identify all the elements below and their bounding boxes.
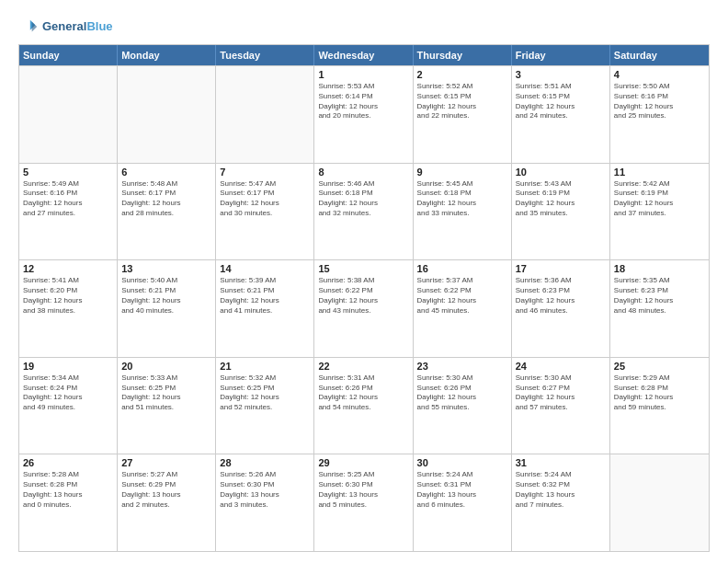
day-number: 8	[318, 167, 408, 178]
page: GeneralBlue SundayMondayTuesdayWednesday…	[0, 0, 728, 563]
day-number: 23	[417, 361, 507, 372]
day-number: 2	[417, 69, 507, 80]
cell-details: Sunrise: 5:26 AM Sunset: 6:30 PM Dayligh…	[220, 470, 310, 510]
day-number: 15	[318, 263, 408, 274]
calendar-cell	[118, 66, 216, 163]
day-number: 14	[220, 263, 310, 274]
calendar-cell: 17Sunrise: 5:36 AM Sunset: 6:23 PM Dayli…	[512, 260, 610, 357]
cell-details: Sunrise: 5:37 AM Sunset: 6:22 PM Dayligh…	[417, 276, 507, 316]
weekday-header: Thursday	[414, 45, 512, 65]
cell-details: Sunrise: 5:30 AM Sunset: 6:26 PM Dayligh…	[417, 373, 507, 413]
day-number: 22	[318, 361, 408, 372]
cell-details: Sunrise: 5:35 AM Sunset: 6:23 PM Dayligh…	[614, 276, 705, 316]
cell-details: Sunrise: 5:49 AM Sunset: 6:16 PM Dayligh…	[23, 179, 113, 219]
day-number: 13	[121, 263, 211, 274]
svg-marker-1	[32, 22, 37, 32]
calendar-cell: 28Sunrise: 5:26 AM Sunset: 6:30 PM Dayli…	[216, 454, 314, 551]
day-number: 11	[614, 167, 705, 178]
logo-icon	[18, 17, 39, 37]
day-number: 7	[220, 167, 310, 178]
cell-details: Sunrise: 5:53 AM Sunset: 6:14 PM Dayligh…	[318, 82, 408, 121]
calendar-cell: 4Sunrise: 5:50 AM Sunset: 6:16 PM Daylig…	[610, 66, 709, 163]
calendar-cell: 31Sunrise: 5:24 AM Sunset: 6:32 PM Dayli…	[512, 454, 610, 551]
day-number: 5	[23, 167, 113, 178]
cell-details: Sunrise: 5:24 AM Sunset: 6:31 PM Dayligh…	[417, 470, 507, 510]
calendar-cell: 18Sunrise: 5:35 AM Sunset: 6:23 PM Dayli…	[610, 260, 709, 357]
calendar-cell: 19Sunrise: 5:34 AM Sunset: 6:24 PM Dayli…	[19, 358, 118, 454]
calendar-cell: 23Sunrise: 5:30 AM Sunset: 6:26 PM Dayli…	[414, 358, 512, 454]
calendar-row: 19Sunrise: 5:34 AM Sunset: 6:24 PM Dayli…	[19, 357, 709, 454]
calendar-cell: 22Sunrise: 5:31 AM Sunset: 6:26 PM Dayli…	[314, 358, 413, 454]
calendar-cell: 5Sunrise: 5:49 AM Sunset: 6:16 PM Daylig…	[19, 164, 118, 260]
day-number: 10	[516, 167, 606, 178]
weekday-header: Monday	[118, 45, 216, 65]
cell-details: Sunrise: 5:33 AM Sunset: 6:25 PM Dayligh…	[121, 373, 211, 413]
cell-details: Sunrise: 5:27 AM Sunset: 6:29 PM Dayligh…	[121, 470, 211, 510]
calendar-cell: 2Sunrise: 5:52 AM Sunset: 6:15 PM Daylig…	[414, 66, 512, 163]
calendar-cell: 20Sunrise: 5:33 AM Sunset: 6:25 PM Dayli…	[118, 358, 216, 454]
weekday-header: Friday	[512, 45, 610, 65]
cell-details: Sunrise: 5:24 AM Sunset: 6:32 PM Dayligh…	[516, 470, 606, 510]
calendar-row: 5Sunrise: 5:49 AM Sunset: 6:16 PM Daylig…	[19, 163, 709, 260]
calendar-cell: 9Sunrise: 5:45 AM Sunset: 6:18 PM Daylig…	[414, 164, 512, 260]
cell-details: Sunrise: 5:47 AM Sunset: 6:17 PM Dayligh…	[220, 179, 310, 219]
day-number: 3	[516, 69, 606, 80]
day-number: 24	[516, 361, 606, 372]
calendar-cell: 15Sunrise: 5:38 AM Sunset: 6:22 PM Dayli…	[314, 260, 413, 357]
cell-details: Sunrise: 5:45 AM Sunset: 6:18 PM Dayligh…	[417, 179, 507, 219]
day-number: 29	[318, 457, 408, 468]
cell-details: Sunrise: 5:48 AM Sunset: 6:17 PM Dayligh…	[121, 179, 211, 219]
calendar-cell: 21Sunrise: 5:32 AM Sunset: 6:25 PM Dayli…	[216, 358, 314, 454]
day-number: 18	[614, 263, 705, 274]
weekday-header: Sunday	[19, 45, 118, 65]
calendar-cell: 8Sunrise: 5:46 AM Sunset: 6:18 PM Daylig…	[314, 164, 413, 260]
cell-details: Sunrise: 5:40 AM Sunset: 6:21 PM Dayligh…	[121, 276, 211, 316]
calendar-cell: 16Sunrise: 5:37 AM Sunset: 6:22 PM Dayli…	[414, 260, 512, 357]
day-number: 21	[220, 361, 310, 372]
calendar-cell: 25Sunrise: 5:29 AM Sunset: 6:28 PM Dayli…	[610, 358, 709, 454]
calendar-cell	[216, 66, 314, 163]
calendar: SundayMondayTuesdayWednesdayThursdayFrid…	[18, 44, 710, 552]
day-number: 16	[417, 263, 507, 274]
calendar-row: 12Sunrise: 5:41 AM Sunset: 6:20 PM Dayli…	[19, 259, 709, 357]
calendar-cell: 12Sunrise: 5:41 AM Sunset: 6:20 PM Dayli…	[19, 260, 118, 357]
cell-details: Sunrise: 5:50 AM Sunset: 6:16 PM Dayligh…	[614, 82, 705, 121]
calendar-cell	[610, 454, 709, 551]
cell-details: Sunrise: 5:36 AM Sunset: 6:23 PM Dayligh…	[516, 276, 606, 316]
calendar-cell: 3Sunrise: 5:51 AM Sunset: 6:15 PM Daylig…	[512, 66, 610, 163]
header: GeneralBlue	[18, 17, 710, 37]
calendar-cell: 29Sunrise: 5:25 AM Sunset: 6:30 PM Dayli…	[314, 454, 413, 551]
cell-details: Sunrise: 5:42 AM Sunset: 6:19 PM Dayligh…	[614, 179, 705, 219]
day-number: 20	[121, 361, 211, 372]
calendar-row: 1Sunrise: 5:53 AM Sunset: 6:14 PM Daylig…	[19, 65, 709, 163]
day-number: 9	[417, 167, 507, 178]
calendar-header: SundayMondayTuesdayWednesdayThursdayFrid…	[19, 45, 709, 65]
cell-details: Sunrise: 5:46 AM Sunset: 6:18 PM Dayligh…	[318, 179, 408, 219]
day-number: 12	[23, 263, 113, 274]
cell-details: Sunrise: 5:31 AM Sunset: 6:26 PM Dayligh…	[318, 373, 408, 413]
cell-details: Sunrise: 5:32 AM Sunset: 6:25 PM Dayligh…	[220, 373, 310, 413]
cell-details: Sunrise: 5:43 AM Sunset: 6:19 PM Dayligh…	[516, 179, 606, 219]
calendar-cell: 13Sunrise: 5:40 AM Sunset: 6:21 PM Dayli…	[118, 260, 216, 357]
weekday-header: Tuesday	[216, 45, 314, 65]
cell-details: Sunrise: 5:25 AM Sunset: 6:30 PM Dayligh…	[318, 470, 408, 510]
day-number: 25	[614, 361, 705, 372]
day-number: 31	[516, 457, 606, 468]
calendar-cell: 11Sunrise: 5:42 AM Sunset: 6:19 PM Dayli…	[610, 164, 709, 260]
calendar-cell: 10Sunrise: 5:43 AM Sunset: 6:19 PM Dayli…	[512, 164, 610, 260]
calendar-cell: 27Sunrise: 5:27 AM Sunset: 6:29 PM Dayli…	[118, 454, 216, 551]
calendar-cell: 24Sunrise: 5:30 AM Sunset: 6:27 PM Dayli…	[512, 358, 610, 454]
day-number: 28	[220, 457, 310, 468]
day-number: 19	[23, 361, 113, 372]
calendar-cell: 30Sunrise: 5:24 AM Sunset: 6:31 PM Dayli…	[414, 454, 512, 551]
day-number: 30	[417, 457, 507, 468]
cell-details: Sunrise: 5:52 AM Sunset: 6:15 PM Dayligh…	[417, 82, 507, 121]
day-number: 26	[23, 457, 113, 468]
cell-details: Sunrise: 5:39 AM Sunset: 6:21 PM Dayligh…	[220, 276, 310, 316]
day-number: 4	[614, 69, 705, 80]
cell-details: Sunrise: 5:41 AM Sunset: 6:20 PM Dayligh…	[23, 276, 113, 316]
cell-details: Sunrise: 5:51 AM Sunset: 6:15 PM Dayligh…	[516, 82, 606, 121]
day-number: 17	[516, 263, 606, 274]
calendar-cell	[19, 66, 118, 163]
day-number: 6	[121, 167, 211, 178]
